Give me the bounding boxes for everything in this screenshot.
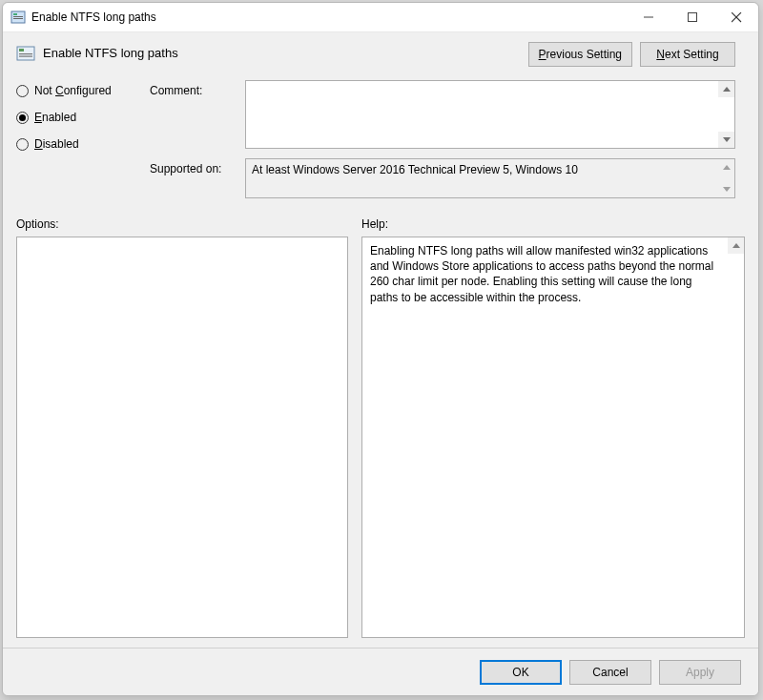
help-label: Help:: [361, 217, 745, 231]
supported-label: Supported on:: [150, 158, 245, 198]
mid-labels: Options: Help:: [3, 208, 758, 237]
svg-marker-15: [723, 187, 731, 192]
scroll-down-icon[interactable]: [718, 132, 734, 148]
cancel-button[interactable]: Cancel: [569, 660, 651, 685]
nav-buttons: Previous Setting Next Setting: [528, 42, 735, 67]
svg-rect-2: [13, 16, 23, 17]
radio-enabled[interactable]: Enabled: [16, 111, 150, 124]
minimize-button[interactable]: [627, 3, 670, 32]
svg-rect-3: [13, 18, 23, 19]
policy-icon: [16, 44, 35, 63]
help-text: Enabling NTFS long paths will allow mani…: [362, 237, 744, 311]
svg-rect-11: [19, 56, 32, 57]
radio-icon: [16, 138, 29, 151]
scroll-up-icon[interactable]: [718, 159, 734, 175]
ok-button[interactable]: OK: [480, 660, 562, 685]
titlebar: Enable NTFS long paths: [3, 3, 758, 32]
previous-setting-button[interactable]: Previous Setting: [528, 42, 632, 67]
comment-input[interactable]: [245, 80, 735, 149]
svg-rect-10: [19, 53, 32, 54]
comment-row: Comment:: [150, 80, 745, 149]
scroll-up-icon[interactable]: [728, 237, 744, 254]
dialog-content: Enable NTFS long paths Previous Setting …: [3, 32, 758, 648]
svg-marker-14: [723, 165, 731, 170]
panels-row: Enabling NTFS long paths will allow mani…: [3, 237, 758, 648]
radio-icon: [16, 112, 29, 124]
supported-row: Supported on: At least Windows Server 20…: [150, 158, 745, 198]
field-column: Comment: Supported on: At least Windows …: [150, 80, 745, 208]
options-panel: [16, 237, 348, 638]
policy-sysicon: [10, 10, 26, 25]
svg-marker-16: [732, 243, 740, 248]
svg-marker-13: [723, 137, 731, 142]
policy-name: Enable NTFS long paths: [43, 42, 528, 60]
svg-rect-9: [19, 49, 24, 51]
dialog-button-bar: OK Cancel Apply: [3, 648, 758, 695]
radio-not-configured[interactable]: Not Configured: [16, 84, 150, 97]
dialog-window: Enable NTFS long paths Enable NTFS long …: [2, 2, 759, 696]
supported-on-box: At least Windows Server 2016 Technical P…: [245, 158, 735, 198]
scroll-down-icon[interactable]: [718, 181, 734, 197]
help-panel: Enabling NTFS long paths will allow mani…: [361, 237, 745, 638]
next-setting-button[interactable]: Next Setting: [640, 42, 735, 67]
supported-on-text: At least Windows Server 2016 Technical P…: [252, 163, 578, 176]
radio-disabled[interactable]: Disabled: [16, 137, 150, 151]
scroll-up-icon[interactable]: [718, 81, 734, 97]
maximize-button[interactable]: [670, 3, 714, 32]
header-row: Enable NTFS long paths Previous Setting …: [3, 32, 758, 72]
svg-rect-1: [13, 13, 17, 15]
close-button[interactable]: [714, 3, 758, 32]
apply-button: Apply: [659, 660, 741, 685]
options-label: Options:: [16, 217, 361, 231]
window-title: Enable NTFS long paths: [31, 10, 627, 24]
comment-label: Comment:: [150, 80, 245, 149]
radio-icon: [16, 85, 29, 97]
svg-marker-12: [723, 87, 731, 92]
config-row: Not Configured Enabled Disabled Comment:: [3, 72, 758, 208]
state-radio-group: Not Configured Enabled Disabled: [16, 80, 150, 208]
svg-rect-5: [689, 13, 697, 22]
